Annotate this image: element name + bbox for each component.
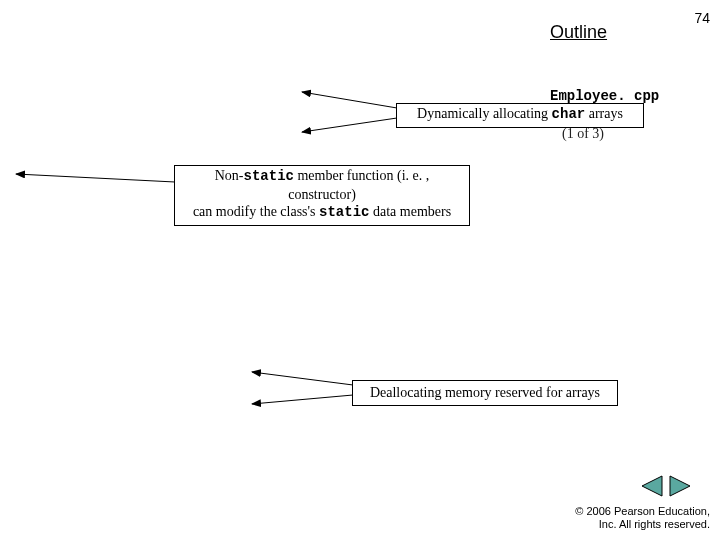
callout-nonstatic-member: Non-static member function (i. e. , cons… bbox=[174, 165, 470, 226]
page-number: 74 bbox=[694, 10, 710, 26]
svg-line-0 bbox=[302, 92, 397, 108]
svg-line-2 bbox=[16, 174, 175, 182]
source-filename: Employee. cpp bbox=[550, 88, 659, 104]
page-part-indicator: (1 of 3) bbox=[562, 126, 604, 142]
callout-dynamic-allocation: Dynamically allocating char arrays bbox=[396, 103, 644, 128]
callout-text: Deallocating memory reserved for arrays bbox=[370, 385, 600, 400]
callout-text: arrays bbox=[585, 106, 623, 121]
copyright: © 2006 Pearson Education, Inc. All right… bbox=[575, 505, 710, 533]
svg-marker-6 bbox=[670, 476, 690, 496]
callout-text: data members bbox=[369, 204, 451, 219]
callout-text: member function (i. e. , constructor) bbox=[288, 168, 429, 202]
callout-mono: static bbox=[319, 204, 369, 220]
slide: Outline 74 Employee. cpp (1 of 3) Dynami… bbox=[0, 0, 720, 540]
copyright-line: Inc. All rights reserved. bbox=[575, 518, 710, 532]
svg-line-3 bbox=[252, 372, 353, 385]
callout-text: Non- bbox=[215, 168, 244, 183]
outline-heading: Outline bbox=[550, 22, 607, 43]
next-button[interactable] bbox=[670, 476, 690, 496]
svg-marker-5 bbox=[642, 476, 662, 496]
callout-line: can modify the class's static data membe… bbox=[181, 203, 463, 222]
callout-line: Non-static member function (i. e. , cons… bbox=[181, 167, 463, 203]
callout-text: Dynamically allocating bbox=[417, 106, 552, 121]
callout-text: can modify the class's bbox=[193, 204, 319, 219]
callout-deallocating: Deallocating memory reserved for arrays bbox=[352, 380, 618, 406]
svg-line-1 bbox=[302, 118, 397, 132]
nav-buttons bbox=[640, 474, 696, 498]
copyright-line: © 2006 Pearson Education, bbox=[575, 505, 710, 519]
callout-mono: static bbox=[244, 168, 294, 184]
prev-button[interactable] bbox=[642, 476, 662, 496]
arrow-annotations bbox=[0, 0, 720, 540]
callout-mono: char bbox=[552, 106, 586, 122]
svg-line-4 bbox=[252, 395, 353, 404]
